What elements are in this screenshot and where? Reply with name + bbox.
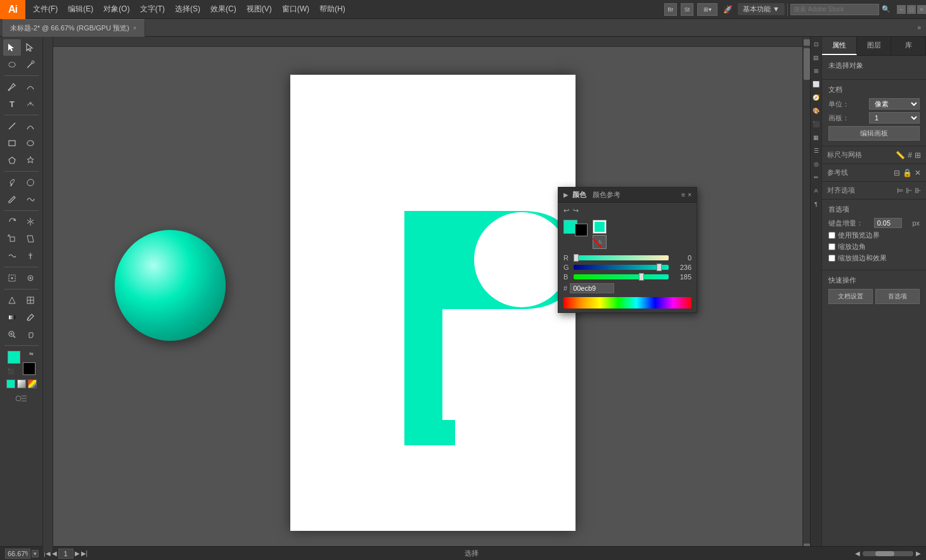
smooth-tool[interactable] (22, 191, 39, 208)
color-icon[interactable]: 🎨 (811, 106, 821, 116)
color-panel-collapse-btn[interactable]: ▶ (563, 191, 569, 198)
cp-none-btn[interactable]: ⚠ (593, 235, 607, 249)
gradient-icon[interactable]: ▦ (811, 132, 821, 143)
lasso-tool[interactable] (3, 56, 21, 73)
cp-bg-btn[interactable]: ↪ (573, 207, 579, 215)
scale-strokes-checkbox[interactable] (828, 255, 835, 262)
ellipse-tool[interactable] (22, 135, 39, 151)
hand-tool[interactable] (22, 326, 39, 343)
grid-toggle-icon[interactable]: # (908, 151, 912, 160)
tab-expand[interactable]: » (917, 24, 926, 31)
artboard-icon[interactable]: ⬜ (811, 79, 821, 89)
curvature-tool[interactable] (22, 79, 39, 95)
menu-file[interactable]: 文件(F) (28, 1, 63, 17)
guide-lock-icon[interactable]: 🔒 (903, 169, 912, 177)
g-slider[interactable] (574, 265, 669, 270)
control-icon[interactable]: ▤ (811, 53, 821, 63)
vscroll-thumb[interactable] (804, 48, 810, 80)
width-tool[interactable] (22, 248, 39, 264)
preferences-btn[interactable]: 首选项 (875, 289, 920, 304)
color-spectrum[interactable] (563, 297, 691, 309)
reflect-tool[interactable] (22, 213, 39, 230)
direct-selection-tool[interactable] (22, 39, 39, 56)
menu-effect[interactable]: 效果(C) (205, 1, 241, 17)
zoom-dropdown-btn[interactable]: ▾ (32, 550, 39, 557)
menu-view[interactable]: 视图(V) (241, 1, 277, 17)
text-style-icon[interactable]: A (811, 186, 821, 196)
swatch-icon[interactable]: ⬛ (811, 119, 821, 129)
shear-tool[interactable] (22, 231, 39, 247)
layers-icon[interactable]: ⊞ (811, 66, 821, 76)
path-text-tool[interactable]: T (22, 96, 39, 112)
vertical-scrollbar[interactable] (802, 37, 810, 552)
edit-canvas-btn[interactable]: 编辑画板 (828, 126, 920, 141)
next-page-btn[interactable]: ▶ (75, 549, 80, 559)
tab-library[interactable]: 库 (891, 37, 926, 55)
pencil-tool[interactable] (3, 191, 21, 208)
text-tool[interactable]: T (3, 96, 21, 112)
arc-tool[interactable] (22, 118, 39, 134)
menu-edit[interactable]: 编辑(E) (63, 1, 98, 17)
perspective-tool[interactable] (3, 292, 21, 309)
library-icon-btn[interactable] (8, 391, 35, 405)
mesh-tool[interactable] (22, 292, 39, 309)
gradient-mode-btn[interactable] (17, 379, 26, 388)
free-transform-tool[interactable] (3, 270, 21, 286)
search-input[interactable] (790, 4, 879, 15)
bridge-icon[interactable]: Br (664, 3, 677, 16)
guide-clear-icon[interactable]: ✕ (915, 169, 921, 177)
r-slider[interactable] (574, 255, 669, 260)
rect-tool[interactable] (3, 135, 21, 151)
align-right-icon[interactable]: ⊪ (915, 186, 921, 195)
foreground-color-swatch[interactable] (8, 351, 20, 364)
tab-close-button[interactable]: × (133, 25, 137, 32)
color-ref-tab[interactable]: 颜色参考 (593, 190, 621, 200)
workspace-selector[interactable]: 基本功能 ▼ (738, 3, 785, 15)
hex-input[interactable] (570, 283, 614, 293)
paintbrush-tool[interactable] (3, 174, 21, 191)
selection-tool[interactable] (3, 39, 21, 56)
blob-brush-tool[interactable] (22, 174, 39, 191)
ruler-icon[interactable]: 📏 (896, 151, 905, 160)
status-nav-right[interactable]: ▶ (916, 550, 921, 557)
doc-settings-btn[interactable]: 文档设置 (828, 289, 873, 304)
cp-fg-btn[interactable]: ↩ (563, 207, 569, 215)
tab-layers[interactable]: 图层 (857, 37, 892, 55)
menu-select[interactable]: 选择(S) (170, 1, 205, 17)
unit-select[interactable]: 像素 (869, 98, 920, 110)
preview-boundary-checkbox[interactable] (828, 232, 835, 239)
zoom-input[interactable] (5, 549, 30, 559)
color-panel-close-btn[interactable]: × (688, 191, 691, 198)
color-panel-menu-btn[interactable]: ≡ (681, 191, 685, 198)
rocket-icon[interactable]: 🚀 (721, 3, 734, 16)
horizontal-scroll-indicator[interactable] (863, 551, 913, 556)
warp-tool[interactable] (3, 248, 21, 264)
menu-object[interactable]: 对象(O) (98, 1, 134, 17)
guide-toggle-icon[interactable]: ⊟ (894, 169, 900, 177)
menu-text[interactable]: 文字(T) (135, 1, 170, 17)
menu-window[interactable]: 窗口(W) (277, 1, 314, 17)
vscroll-up-btn[interactable] (804, 39, 810, 46)
gradient-tool[interactable] (3, 309, 21, 326)
pen-tool[interactable] (3, 79, 21, 95)
stroke-icon[interactable]: ☰ (811, 146, 821, 156)
stock-icon[interactable]: St (681, 3, 693, 16)
none-mode-btn[interactable] (28, 379, 37, 388)
swap-colors-icon[interactable]: ⇆ (29, 351, 35, 357)
menu-help[interactable]: 帮助(H) (314, 1, 350, 17)
document-tab[interactable]: 未标题-2* @ 66.67% (RGB/GPU 预览) × (3, 19, 145, 37)
rotate-tool[interactable] (3, 213, 21, 230)
brush-icon[interactable]: ✏ (811, 172, 821, 182)
snap-icon[interactable]: ⊞ (915, 151, 921, 160)
cp-color-mode-btn[interactable] (593, 220, 607, 234)
last-page-btn[interactable]: ▶| (81, 549, 88, 559)
b-slider[interactable] (574, 274, 669, 279)
line-tool[interactable] (3, 118, 21, 134)
search-icon[interactable]: 🔍 (882, 5, 891, 13)
minimize-button[interactable]: – (897, 5, 906, 14)
polygon-tool[interactable] (3, 152, 21, 169)
scale-corners-checkbox[interactable] (828, 243, 835, 250)
canvas-select[interactable]: 1 (869, 112, 920, 124)
properties-icon[interactable]: ⊡ (811, 39, 821, 49)
grid-icon[interactable]: ⊞▾ (697, 3, 717, 16)
